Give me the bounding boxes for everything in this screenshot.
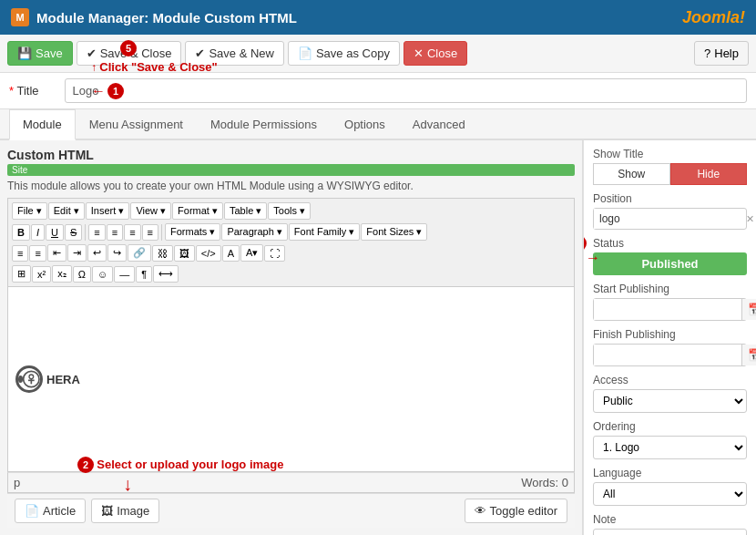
file-menu[interactable]: File ▾ [12,202,47,220]
position-input[interactable] [594,209,741,229]
status-published[interactable]: Published [593,252,747,275]
paragraph-dropdown[interactable]: Paragraph ▾ [221,223,287,241]
finish-publishing-section: Finish Publishing 📅 [593,328,747,366]
title-input[interactable] [65,78,747,103]
word-count: Words: 0 [521,476,568,489]
special-char[interactable]: Ω [73,266,91,283]
underline-button[interactable]: U [46,224,64,241]
main-content: Custom HTML Site This module allows you … [0,140,756,535]
editor-title: Custom HTML [7,148,575,162]
main-toolbar: 💾 Save ✔ Save & Close 5 ✔ Save & New 📄 S… [0,35,756,73]
formats-dropdown[interactable]: Formats ▾ [165,223,220,241]
show-button[interactable]: Show [593,163,670,185]
save-icon: 💾 [17,46,32,60]
save-new-icon: ✔ [195,46,205,60]
ordering-section: Ordering 1. Logo [593,420,747,459]
fullscreen-button[interactable]: ⛶ [264,245,285,262]
ol-button[interactable]: ≡ [29,245,46,262]
align-center[interactable]: ≡ [107,224,123,241]
wysiwyg-row1: File ▾ Edit ▾ Insert ▾ View ▾ Format ▾ T… [12,201,570,221]
finish-publishing-calendar[interactable]: 📅 [741,345,756,365]
table-menu[interactable]: Table ▾ [224,202,267,220]
show-title-toggle: Show Hide [593,163,747,185]
status-label: Status [593,237,747,250]
undo-button[interactable]: ↩ [87,244,107,262]
save-copy-button[interactable]: 📄 Save as Copy [288,41,400,66]
save-new-button[interactable]: ✔ Save & New [185,41,284,66]
unlink-button[interactable]: ⛓ [152,245,173,262]
show-title-label: Show Title [593,148,747,160]
tab-advanced[interactable]: Advanced [399,109,479,140]
access-label: Access [593,374,747,386]
align-right[interactable]: ≡ [124,224,140,241]
position-clear-button[interactable]: ✕ [741,211,756,228]
start-publishing-section: Start Publishing 📅 [593,283,747,321]
hide-button[interactable]: Hide [670,163,748,185]
indent-button[interactable]: ⇥ [67,244,87,262]
wysiwyg-row4: ⊞ x² x₂ Ω ☺ — ¶ ⟷ [12,263,570,284]
code-button[interactable]: </> [196,245,221,262]
bgcolor-button[interactable]: A▾ [240,244,263,262]
note-section: Note [593,513,747,535]
tools-menu[interactable]: Tools ▾ [268,202,311,220]
resize-handle[interactable]: ⟷ [153,265,179,283]
fontfamily-dropdown[interactable]: Font Family ▾ [289,223,361,241]
help-button[interactable]: ? Help [694,41,749,66]
toggle-editor-button[interactable]: 👁 Toggle editor [465,499,567,523]
status-annotation: Set status to published 4 [583,235,587,252]
redo-button[interactable]: ↪ [107,244,127,262]
note-label: Note [593,513,747,526]
editor-path: p [14,476,20,489]
start-publishing-calendar[interactable]: 📅 [741,299,756,320]
align-justify[interactable]: ≡ [142,224,158,241]
subscript[interactable]: x₂ [52,265,72,283]
start-publishing-input[interactable] [594,299,741,320]
insert-menu[interactable]: Insert ▾ [86,202,130,220]
tabs-bar: Module Menu Assignment Module Permission… [0,109,756,140]
tab-module[interactable]: Module [9,109,76,140]
tab-menu-assignment[interactable]: Menu Assignment [76,109,197,140]
format-menu[interactable]: Format ▾ [172,202,223,220]
wysiwyg-toolbar: File ▾ Edit ▾ Insert ▾ View ▾ Format ▾ T… [7,198,575,286]
tab-options[interactable]: Options [331,109,399,140]
link-button[interactable]: 🔗 [128,244,151,262]
fontsize-dropdown[interactable]: Font Sizes ▾ [361,223,427,241]
editor-panel: Custom HTML Site This module allows you … [0,140,583,535]
start-publishing-input-wrap: 📅 [593,298,747,321]
close-button[interactable]: ✕ Close [404,41,467,66]
align-left[interactable]: ≡ [88,224,105,241]
access-select[interactable]: Public Registered Special [593,389,747,413]
edit-menu[interactable]: Edit ▾ [48,202,85,220]
italic-button[interactable]: I [31,224,45,241]
hera-logo-icon [15,365,43,393]
editor-body[interactable]: HERA [7,286,575,472]
wysiwyg-row2: B I U S ≡ ≡ ≡ ≡ Formats ▾ Paragraph ▾ Fo… [12,221,570,242]
article-button[interactable]: 📄 Article [15,499,86,523]
editor-description: This module allows you to create your ow… [7,180,575,192]
tab-module-permissions[interactable]: Module Permissions [197,109,331,140]
position-arrow: → [583,197,585,213]
emoticon[interactable]: ☺ [92,266,113,283]
finish-publishing-input[interactable] [594,345,741,365]
ul-button[interactable]: ≡ [12,245,28,262]
superscript[interactable]: x² [32,266,51,283]
language-select[interactable]: All English [593,482,747,506]
view-menu[interactable]: View ▾ [130,202,171,220]
hr-button[interactable]: — [114,266,135,283]
save-copy-icon: 📄 [298,46,312,60]
table-insert[interactable]: ⊞ [12,265,31,283]
bold-button[interactable]: B [12,224,30,241]
ordering-select[interactable]: 1. Logo [593,436,747,459]
save-button[interactable]: 💾 Save [7,41,73,66]
color-button[interactable]: A [222,245,240,262]
image-button[interactable]: 🖼 [174,245,195,262]
image-icon: 🖼 [101,504,113,518]
image-insert-button[interactable]: 🖼 Image [91,499,159,523]
note-input[interactable] [593,529,747,535]
module-icon: M [11,8,29,26]
outdent-button[interactable]: ⇤ [47,244,66,262]
step5-badge: 5 [120,40,137,57]
paragraph-mark[interactable]: ¶ [136,266,152,283]
strikethrough-button[interactable]: S [65,224,82,241]
editor-footer: p Words: 0 [7,472,575,493]
